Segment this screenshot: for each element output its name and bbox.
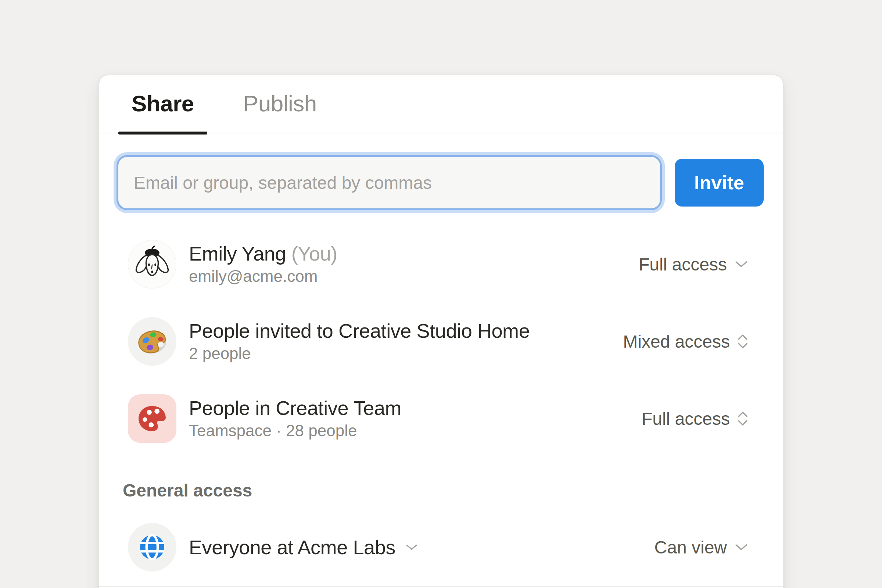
teamspace-avatar [128,394,176,443]
access-label: Full access [642,409,730,429]
member-info: Emily Yang (You) emily@acme.com [189,242,338,287]
member-row-invited-group: People invited to Creative Studio Home 2… [128,312,748,371]
member-name-text: People in Creative Team [189,397,401,419]
general-access-heading: General access [123,480,764,501]
member-email: emily@acme.com [189,266,338,287]
dialog-content: Invite [99,157,783,575]
access-dropdown-everyone[interactable]: Can view [654,537,748,558]
access-label: Can view [654,537,727,558]
invite-email-input[interactable] [118,157,660,208]
member-count: 2 people [189,343,530,364]
chevron-down-icon [734,260,748,268]
share-dialog: Share Publish Invite [99,75,783,588]
chevron-down-icon [734,543,748,552]
member-name-text: Emily Yang [189,243,286,265]
member-you-suffix: (You) [291,243,338,265]
dialog-header: Share Publish [99,75,783,134]
access-label: Mixed access [623,332,730,352]
member-list: Emily Yang (You) emily@acme.com Full acc… [118,235,764,448]
invite-button[interactable]: Invite [675,159,764,207]
access-dropdown-emily[interactable]: Full access [639,254,748,274]
member-count: Teamspace · 28 people [189,420,401,441]
tab-publish[interactable]: Publish [230,90,330,133]
chevron-up-down-icon [737,410,748,427]
member-name-text: People invited to Creative Studio Home [189,320,530,342]
chevron-down-icon [405,543,418,551]
access-dropdown-invited-group[interactable]: Mixed access [623,332,748,352]
person-avatar-icon [128,240,176,288]
member-name: People in Creative Team [189,396,401,420]
person-avatar [128,240,176,288]
chevron-up-down-icon [737,333,748,350]
member-info: People invited to Creative Studio Home 2… [189,319,530,364]
dialog-tabs: Share Publish [118,90,330,133]
invite-bar: Invite [118,157,764,208]
artist-palette-avatar [128,317,176,366]
access-label: Full access [639,254,727,274]
member-name: Emily Yang (You) [189,242,338,266]
tab-share[interactable]: Share [118,90,207,133]
access-dropdown-creative-team[interactable]: Full access [642,409,748,429]
general-access-row: Everyone at Acme Labs Can view [128,520,748,575]
member-info: People in Creative Team Teamspace · 28 p… [189,396,401,441]
globe-icon [128,523,176,572]
red-palette-icon [128,394,176,443]
member-row-creative-team: People in Creative Team Teamspace · 28 p… [128,389,748,448]
member-name: People invited to Creative Studio Home [189,319,530,343]
globe-avatar [128,523,176,572]
general-access-scope-dropdown[interactable]: Everyone at Acme Labs [189,535,418,560]
artist-palette-icon [128,317,176,366]
general-access-scope-label: Everyone at Acme Labs [189,535,395,560]
page-background: Share Publish Invite [0,0,882,588]
member-row-emily-yang: Emily Yang (You) emily@acme.com Full acc… [128,235,748,294]
